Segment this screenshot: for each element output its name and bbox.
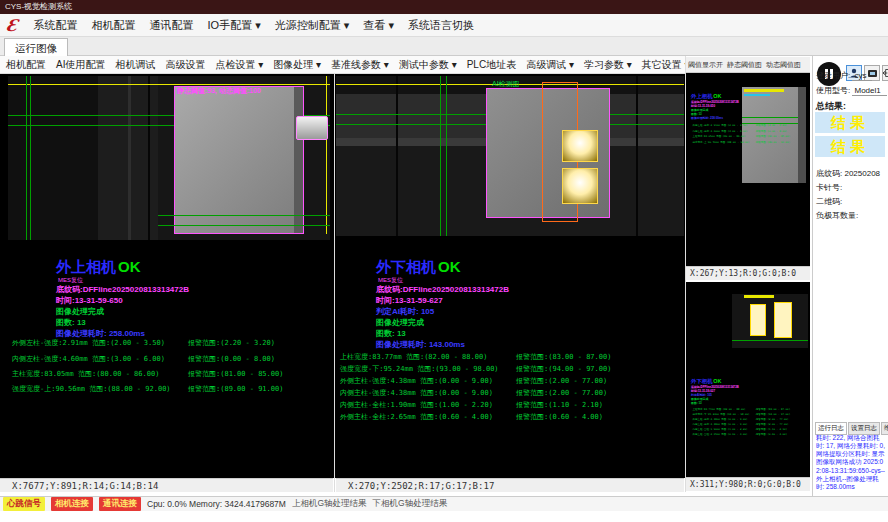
lower-camera-g-axis-status: 下相机G轴处理结果: [373, 498, 448, 510]
left-camera-title: 外上相机OK: [56, 258, 141, 277]
thumb-upper-text: 外上相机OK 底纹码:DFFline2025020813313472B 时间:1…: [691, 93, 810, 172]
menu-view[interactable]: 查看 ▾: [363, 18, 394, 33]
threshold-header: 阈值显示开 静态阈值图 动态阈值图: [686, 57, 810, 73]
result-block-lower: 结果: [815, 136, 885, 157]
title-bar: CYS-视觉检测系统: [0, 0, 888, 14]
left-barcode: 底纹码:DFFline2025020813313472B: [56, 284, 189, 295]
thumb-upper-status: X:267;Y:13;R:0;G:0;B:0: [686, 266, 810, 280]
field-pin-number: 卡针号:: [816, 182, 842, 193]
left-part-roi: [174, 86, 304, 234]
tab-highlight-2: [562, 168, 598, 204]
tool-advanced-debug[interactable]: 高级调试 ▾: [526, 58, 574, 72]
left-camera-image: 静态阈值:93, 动态阈值:100: [8, 76, 330, 240]
left-time: 时间:13-31-59-650: [56, 295, 123, 306]
field-qrcode: 二维码:: [816, 196, 842, 207]
left-panel-status: X:7677;Y:891;R:14;G:14;B:14: [0, 478, 333, 492]
middle-frame-count: 图数: 13: [376, 328, 406, 339]
window-title: CYS-视觉检测系统: [5, 2, 72, 11]
static-threshold-tab[interactable]: 静态阈值图: [727, 60, 762, 70]
log-text: 耗时: 222, 网络合图耗时: 17, 网络分显耗时: 0, 网络提取分区耗时…: [816, 434, 886, 491]
thumb-panel-upper[interactable]: 外上相机OK 底纹码:DFFline2025020813313472B 时间:1…: [686, 73, 810, 266]
left-camera-panel[interactable]: 静态阈值:93, 动态阈值:100 外上相机OK MES复位 底纹码:DFFli…: [8, 76, 330, 477]
upper-camera-g-axis-status: 上相机G轴处理结果: [292, 498, 367, 510]
model-value[interactable]: Model1: [852, 86, 886, 96]
left-measure-row: 主柱宽度:83.05mm 范围:(80.00 - 86.00)报警范围:(81.…: [12, 369, 330, 379]
right-sidebar: 登录用户: cys 使用型号: Model1 总结果: 结果 结果 底纹码: 2…: [812, 56, 888, 496]
middle-process-time: 图像处理耗时: 143.00ms: [376, 339, 465, 350]
thumb-lower-image: [732, 294, 808, 348]
middle-camera-title: 外下相机OK: [376, 258, 461, 277]
middle-camera-panel[interactable]: AI检测图 外下相机OK MES复位 底纹码:DFFline2025020813…: [336, 76, 684, 477]
tool-other-settings[interactable]: 其它设置 ▾: [642, 58, 690, 72]
tool-camera-config[interactable]: 相机配置: [6, 58, 46, 72]
tool-learn-params[interactable]: 学习参数 ▾: [584, 58, 632, 72]
left-measure-row: 内侧左柱-强度:4.60mm 范围:(3.00 - 6.00)报警范围:(0.0…: [12, 354, 330, 364]
panel-divider: [334, 74, 335, 492]
middle-camera-image: AI检测图: [336, 76, 684, 236]
left-result-ok: OK: [118, 258, 141, 275]
menu-light-config[interactable]: 光源控制配置 ▾: [275, 18, 350, 33]
middle-measure-row: 外侧主柱-全柱:2.65mm 范围:(0.60 - 4.00)报警范围:(0.6…: [340, 412, 684, 422]
app-status-bar: 心跳信号 相机连接 通讯连接 Cpu: 0.0% Memory: 3424.41…: [0, 496, 888, 511]
tool-spot-check[interactable]: 点检设置 ▾: [215, 58, 263, 72]
result-block-upper: 结果: [815, 112, 885, 133]
threshold-toggle[interactable]: 阈值显示开: [688, 60, 723, 70]
left-measure-row: 外侧左柱-强度:2.91mm 范围:(2.00 - 3.50)报警范围:(2.2…: [12, 338, 330, 348]
middle-measure-row: 强度宽度-下:95.24mm 范围:(93.00 - 98.00)报警范围:(9…: [340, 364, 684, 374]
logout-button[interactable]: [882, 65, 888, 81]
tab-run-image[interactable]: 运行图像: [4, 38, 68, 57]
tool-plc-address[interactable]: PLC地址表: [467, 58, 516, 72]
menu-camera-config[interactable]: 相机配置: [92, 18, 136, 33]
menu-language-switch[interactable]: 系统语言切换: [408, 18, 474, 33]
model-row: 使用型号: Model1: [816, 85, 887, 96]
tab-strip: 运行图像: [0, 37, 888, 56]
login-user-value[interactable]: cys: [852, 71, 872, 81]
tool-camera-debug[interactable]: 相机调试: [115, 58, 155, 72]
field-barcode: 底纹码: 20250208: [816, 168, 880, 179]
middle-measure-row: 内侧主柱-强度:4.38mm 范围:(0.00 - 9.00)报警范围:(2.0…: [340, 388, 684, 398]
left-frame-count: 图数: 13: [56, 317, 86, 328]
middle-result-ok: OK: [438, 258, 461, 275]
middle-measure-row: 上柱宽度:83.77mm 范围:(82.00 - 88.00)报警范围:(83.…: [340, 352, 684, 362]
thumb-lower-status: X:311;Y:980;R:0;G:0;B:0: [686, 477, 810, 491]
comm-link-badge: 通讯连接: [99, 497, 141, 511]
middle-barcode: 底纹码:DFFline2025020813313472B: [376, 284, 509, 295]
camera-link-badge: 相机连接: [51, 497, 93, 511]
middle-process-done: 图像处理完成: [376, 317, 424, 328]
middle-measure-row: 外侧主柱-强度:4.38mm 范围:(0.00 - 9.00)报警范围:(2.0…: [340, 376, 684, 386]
left-measure-row: 强度宽度-上:90.56mm 范围:(88.00 - 92.00)报警范围:(8…: [12, 384, 330, 394]
tool-ai-config[interactable]: AI使用配置: [56, 58, 105, 72]
left-process-done: 图像处理完成: [56, 306, 104, 317]
tool-test-params[interactable]: 测试中参数 ▾: [399, 58, 457, 72]
field-negative-tab-count: 负极耳数量:: [816, 210, 858, 221]
app-window: CYS-视觉检测系统 Ɛ 系统配置 相机配置 通讯配置 IO手配置 ▾ 光源控制…: [0, 0, 888, 522]
tab-highlight-1: [562, 130, 598, 162]
tool-image-processing[interactable]: 图像处理 ▾: [273, 58, 321, 72]
dynamic-threshold-tab[interactable]: 动态阈值图: [766, 60, 801, 70]
menu-system-config[interactable]: 系统配置: [34, 18, 78, 33]
menu-comm-config[interactable]: 通讯配置: [150, 18, 194, 33]
middle-ai-label: AI检测图: [492, 79, 520, 89]
thumb-lower-text: 外下相机OK 底纹码:DFFline2025020813313472B 时间:1…: [691, 378, 810, 457]
middle-panel-status: X:270;Y:2502;R:17;G:17;B:17: [336, 478, 684, 492]
heartbeat-badge: 心跳信号: [3, 497, 45, 511]
middle-time: 时间:13-31-59-627: [376, 295, 443, 306]
logout-icon: [883, 68, 888, 78]
tool-baseline-params[interactable]: 基准线参数 ▾: [331, 58, 389, 72]
sub-toolbar: 相机配置 AI使用配置 相机调试 高级设置 点检设置 ▾ 图像处理 ▾ 基准线参…: [0, 56, 686, 74]
menu-bar: Ɛ 系统配置 相机配置 通讯配置 IO手配置 ▾ 光源控制配置 ▾ 查看 ▾ 系…: [0, 14, 888, 37]
probe-pin: [296, 116, 328, 140]
left-threshold-label: 静态阈值:93, 动态阈值:100: [177, 86, 261, 96]
menu-io-config[interactable]: IO手配置 ▾: [208, 18, 261, 33]
tool-advanced-settings[interactable]: 高级设置: [165, 58, 205, 72]
thumb-panel-lower[interactable]: 外下相机OK 底纹码:DFFline2025020813313472B 时间:1…: [686, 282, 810, 477]
login-user-row: 登录用户: cys: [816, 70, 872, 81]
middle-ai-time: 判定AI耗时: 105: [376, 306, 434, 317]
app-logo-icon: Ɛ: [5, 16, 19, 35]
middle-measure-row: 内侧主柱-全柱:1.90mm 范围:(1.00 - 2.20)报警范围:(1.1…: [340, 400, 684, 410]
cpu-memory-readout: Cpu: 0.0% Memory: 3424.4179687M: [147, 499, 286, 509]
